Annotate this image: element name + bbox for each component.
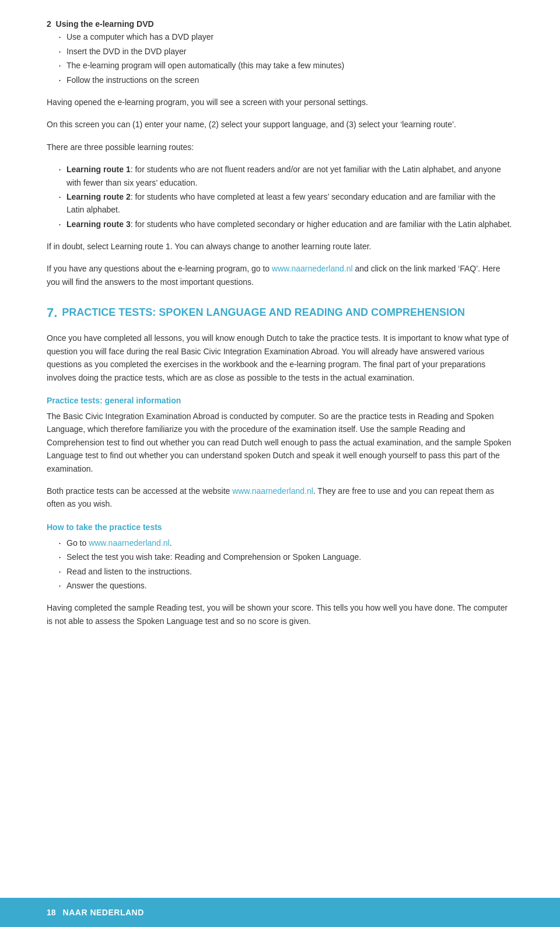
- subheading-how: How to take the practice tests: [47, 522, 513, 532]
- section2-intro-para: Having opened the e-learning program, yo…: [47, 96, 513, 109]
- doubt-para: If in doubt, select Learning route 1. Yo…: [47, 240, 513, 253]
- list-item: Answer the questions.: [58, 579, 513, 592]
- final-para: Having completed the sample Reading test…: [47, 601, 513, 628]
- naarnederland-link-1[interactable]: www.naarnederland.nl: [272, 264, 353, 273]
- brand-name: NAAR NEDERLAND: [63, 908, 144, 917]
- list-item: Read and listen to the instructions.: [58, 565, 513, 578]
- list-item: Learning route 1: for students who are n…: [58, 163, 513, 189]
- section2-routes-list: Learning route 1: for students who are n…: [58, 163, 513, 231]
- both-tests-para: Both practice tests can be accessed at t…: [47, 485, 513, 511]
- general-para: The Basic Civic Integration Examination …: [47, 410, 513, 475]
- section2-routes-intro: There are three possible learning routes…: [47, 141, 513, 154]
- section2-bullets: Use a computer which has a DVD player In…: [58, 30, 513, 86]
- questions-para: If you have any questions about the e-le…: [47, 262, 513, 288]
- list-item: Select the test you wish take: Reading a…: [58, 550, 513, 563]
- page-number: 18: [47, 908, 56, 917]
- list-item: Learning route 3: for students who have …: [58, 218, 513, 231]
- section2-block: 2 Using the e-learning DVD Use a compute…: [47, 18, 513, 288]
- page-content: 2 Using the e-learning DVD Use a compute…: [0, 0, 560, 672]
- section7-intro: Once you have completed all lessons, you…: [47, 332, 513, 384]
- list-item: Follow the instructions on the screen: [58, 74, 513, 86]
- list-item: The e-learning program will open automat…: [58, 59, 513, 72]
- naarnederland-link-2[interactable]: www.naarnederland.nl: [232, 486, 313, 496]
- list-item: Use a computer which has a DVD player: [58, 30, 513, 43]
- subheading-general: Practice tests: general information: [47, 396, 513, 405]
- list-item: Go to www.naarnederland.nl.: [58, 536, 513, 549]
- section2-screen-para: On this screen you can (1) enter your na…: [47, 118, 513, 131]
- naarnederland-link-3[interactable]: www.naarnederland.nl: [89, 538, 170, 548]
- footer: 18 NAAR NEDERLAND: [0, 898, 560, 927]
- list-item: Insert the DVD in the DVD player: [58, 45, 513, 58]
- how-bullets-list: Go to www.naarnederland.nl. Select the t…: [58, 536, 513, 593]
- section7-heading: 7.PRACTICE TESTS: SPOKEN LANGUAGE AND RE…: [47, 306, 513, 320]
- section2-heading: 2 Using the e-learning DVD: [47, 18, 513, 30]
- list-item: Learning route 2: for students who have …: [58, 190, 513, 217]
